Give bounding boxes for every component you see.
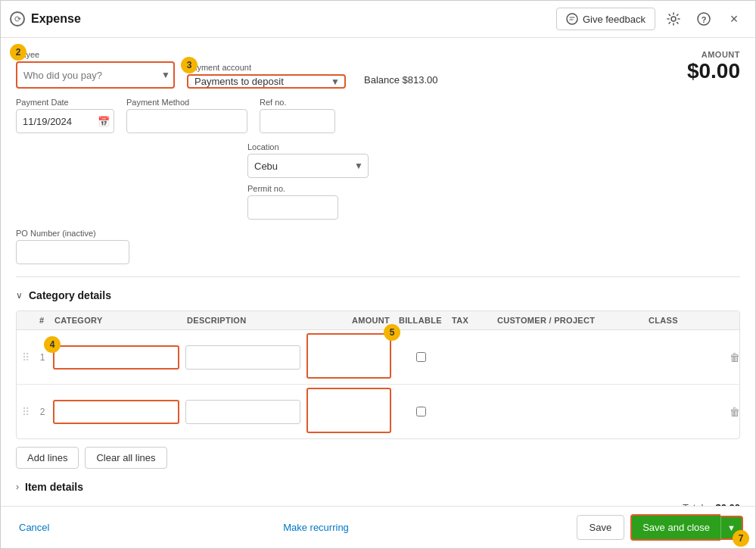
drag-handle-1[interactable]: ⠿ [17, 348, 35, 367]
col-drag [17, 311, 35, 329]
add-lines-button[interactable]: Add lines [16, 447, 79, 469]
help-icon: ? [697, 12, 711, 26]
payee-input[interactable] [17, 63, 157, 87]
payment-method-group: Payment Method ▼ [126, 98, 247, 133]
save-button[interactable]: Save [577, 515, 625, 540]
col-class: CLASS [644, 311, 720, 329]
make-recurring-link[interactable]: Make recurring [283, 522, 349, 533]
settings-button[interactable] [661, 7, 686, 31]
footer-center: Make recurring [283, 522, 349, 533]
tax-input-1[interactable] [450, 345, 490, 370]
payee-group: 2 Payee ▼ [16, 50, 175, 89]
title-bar-right: Give feedback ? × [556, 7, 746, 31]
svg-point-0 [567, 14, 577, 24]
permit-no-input[interactable] [247, 195, 338, 220]
title-bar-left: ⟳ Expense [10, 11, 81, 27]
amount-input-1[interactable] [306, 333, 391, 379]
save-close-wrap: 7 Save and close ▼ [630, 514, 743, 541]
payment-method-input[interactable] [127, 110, 266, 133]
badge-2: 2 [10, 44, 26, 61]
item-section-header: › Item details [16, 481, 740, 493]
category-cell-1: 4 [50, 342, 182, 373]
footer: Cancel Make recurring Save 7 Save and cl… [1, 506, 755, 548]
amount-cell-2 [303, 385, 394, 438]
category-cell-2 [50, 397, 182, 427]
table-row: ⠿ 2 [17, 385, 739, 438]
expense-icon: ⟳ [10, 11, 25, 27]
category-input-2[interactable] [53, 400, 179, 424]
table-actions: Add lines Clear all lines [16, 447, 740, 469]
title-bar: ⟳ Expense Give feedback ? × [1, 1, 755, 38]
category-input-1[interactable] [53, 345, 179, 370]
table-header: # CATEGORY DESCRIPTION AMOUNT BILLABLE T… [17, 311, 739, 330]
class-cell-1 [644, 342, 720, 373]
badge-5: 5 [384, 324, 400, 341]
svg-text:?: ? [702, 15, 707, 24]
desc-input-2[interactable] [185, 400, 300, 424]
date-method-ref-row: Payment Date 📅 Payment Method ▼ Ref no. [16, 98, 740, 133]
amount-input-2[interactable] [306, 388, 391, 433]
payment-date-group: Payment Date 📅 [16, 98, 114, 133]
desc-input-1[interactable] [185, 345, 300, 370]
divider-1 [16, 276, 740, 277]
delete-cell-2: 🗑 [720, 403, 740, 421]
po-number-group: PO Number (inactive) [16, 229, 129, 264]
feedback-icon [566, 13, 578, 25]
drag-handle-2[interactable]: ⠿ [17, 403, 35, 421]
class-input-1[interactable] [647, 345, 717, 370]
customer-project-cell-2 [493, 397, 644, 427]
po-number-input[interactable] [16, 240, 129, 264]
balance-display: Balance $813.00 [358, 74, 438, 89]
ref-no-group: Ref no. [260, 98, 335, 133]
location-permit-row: Location Cebu ▼ [16, 142, 740, 178]
delete-row-2-button[interactable]: 🗑 [723, 406, 740, 418]
customer-project-cell-1 [493, 342, 644, 373]
class-cell-2 [644, 397, 720, 427]
billable-checkbox-1[interactable] [416, 352, 426, 362]
col-description: DESCRIPTION [182, 311, 303, 329]
item-chevron-icon[interactable]: › [16, 482, 19, 492]
top-form-row: 2 Payee ▼ 3 Payment account Payments to … [16, 50, 438, 89]
col-amount: AMOUNT [303, 311, 394, 329]
row-num-2: 2 [35, 404, 50, 420]
billable-cell-2 [394, 404, 447, 420]
content-area: 2 Payee ▼ 3 Payment account Payments to … [1, 38, 755, 506]
permit-row: Permit no. [16, 184, 740, 220]
clear-all-lines-button[interactable]: Clear all lines [85, 447, 166, 469]
footer-left: Cancel [13, 517, 55, 538]
col-num: # [35, 311, 50, 329]
billable-cell-1 [394, 349, 447, 365]
customer-project-input-2[interactable] [496, 400, 641, 424]
category-chevron-icon[interactable]: ∨ [16, 290, 23, 301]
svg-point-1 [671, 17, 676, 21]
expense-window: ⟳ Expense Give feedback ? × [0, 0, 756, 549]
tax-cell-2 [447, 397, 493, 427]
tax-cell-1 [447, 342, 493, 373]
billable-checkbox-2[interactable] [416, 407, 426, 416]
item-details-section: › Item details Total $0.00 [16, 481, 740, 506]
category-table: # CATEGORY DESCRIPTION AMOUNT BILLABLE T… [16, 310, 740, 439]
location-group: Location Cebu ▼ [247, 142, 369, 178]
col-category: CATEGORY [50, 311, 182, 329]
help-button[interactable]: ? [692, 7, 716, 31]
tax-input-2[interactable] [450, 400, 490, 424]
payment-account-group: 3 Payment account Payments to deposit ▼ [187, 63, 346, 89]
ref-no-input[interactable] [260, 109, 335, 133]
col-tax: TAX [447, 311, 493, 329]
po-number-row: PO Number (inactive) [16, 229, 740, 264]
desc-cell-1 [182, 342, 303, 373]
payment-account-label: Payment account [187, 63, 346, 72]
feedback-button[interactable]: Give feedback [556, 8, 655, 30]
class-input-2[interactable] [647, 400, 717, 424]
amount-display: AMOUNT $0.00 [687, 50, 740, 83]
desc-cell-2 [182, 397, 303, 427]
col-customer-project: CUSTOMER / PROJECT [493, 311, 644, 329]
payee-label: Payee [16, 50, 175, 59]
payment-date-input[interactable] [16, 109, 114, 133]
save-close-button[interactable]: Save and close [630, 514, 720, 541]
customer-project-input-1[interactable] [496, 345, 641, 370]
close-button[interactable]: × [722, 7, 746, 31]
cancel-button[interactable]: Cancel [13, 517, 55, 538]
badge-4: 4 [44, 336, 61, 353]
delete-row-1-button[interactable]: 🗑 [723, 351, 740, 363]
